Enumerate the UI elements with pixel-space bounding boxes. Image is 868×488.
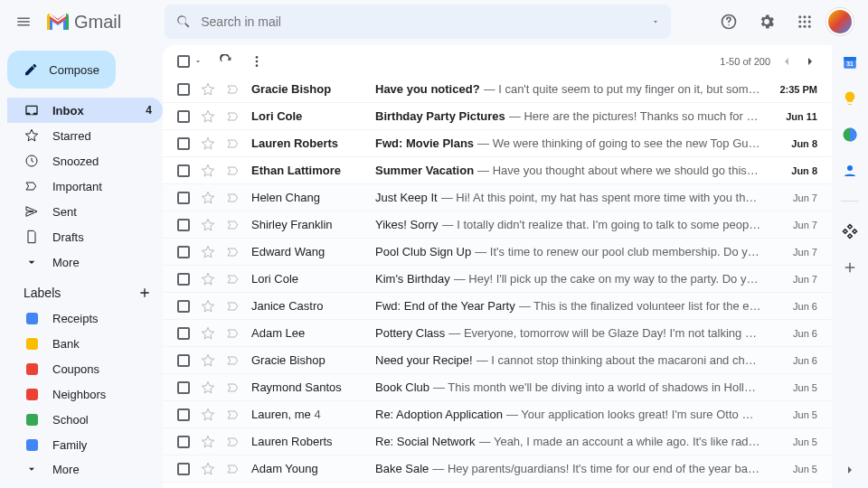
important-icon[interactable] (226, 462, 241, 476)
label-coupons[interactable]: Coupons (7, 356, 163, 381)
email-checkbox[interactable] (177, 137, 190, 150)
support-button[interactable] (712, 5, 745, 38)
compose-button[interactable]: Compose (7, 51, 116, 89)
star-icon[interactable] (201, 82, 215, 97)
nav-draft[interactable]: Drafts (7, 224, 163, 249)
email-row[interactable]: Lauren, me 4Re: Adoption Application — Y… (163, 401, 832, 428)
important-icon[interactable] (226, 435, 241, 449)
star-icon[interactable] (201, 353, 215, 368)
search-bar[interactable] (165, 5, 671, 39)
star-icon[interactable] (201, 109, 215, 124)
email-checkbox[interactable] (177, 327, 190, 340)
email-checkbox[interactable] (177, 110, 190, 123)
email-row[interactable]: Gracie BishopNeed your Recipe! — I canno… (163, 347, 832, 374)
select-dropdown-icon[interactable] (193, 57, 203, 66)
email-checkbox[interactable] (177, 219, 190, 231)
email-checkbox[interactable] (177, 273, 190, 286)
labels-more[interactable]: More (7, 457, 163, 481)
account-avatar[interactable] (826, 8, 854, 35)
addons-icon[interactable] (842, 223, 858, 239)
email-row[interactable]: Adam YoungBake Sale — Hey parents/guardi… (163, 455, 832, 483)
email-row[interactable]: Lori ColeBirthday Party Pictures — Here … (163, 103, 832, 130)
star-icon[interactable] (201, 408, 215, 422)
calendar-icon[interactable]: 31 (842, 54, 858, 70)
email-row[interactable]: Shirley FranklinYikes! Sorry — I totally… (163, 211, 832, 239)
settings-button[interactable] (750, 5, 783, 38)
email-row[interactable]: Lauren RobertsRe: Social Network — Yeah,… (163, 428, 832, 455)
important-icon[interactable] (226, 136, 241, 151)
nav-clock[interactable]: Snoozed (7, 148, 163, 174)
label-receipts[interactable]: Receipts (7, 305, 163, 331)
star-icon[interactable] (201, 136, 215, 151)
email-row[interactable]: Janice CastroFwd: End of the Year Party … (163, 293, 832, 320)
label-family[interactable]: Family (7, 432, 163, 457)
nav-sent[interactable]: Sent (7, 199, 163, 224)
nav-important[interactable]: Important (7, 174, 163, 199)
more-icon[interactable] (250, 54, 264, 69)
email-checkbox[interactable] (177, 436, 190, 448)
tasks-icon[interactable] (842, 127, 858, 143)
email-checkbox[interactable] (177, 463, 190, 475)
email-row[interactable]: Raymond SantosBook Club — This month we'… (163, 374, 832, 401)
email-sender: Shirley Franklin (251, 218, 364, 231)
important-icon[interactable] (226, 272, 241, 286)
star-icon[interactable] (201, 164, 215, 178)
email-row[interactable]: Gracie BishopHave you noticed? — I can't… (163, 76, 832, 103)
email-row[interactable]: Helen ChangJust Keep It — Hi! At this po… (163, 184, 832, 211)
search-input[interactable] (201, 14, 642, 29)
email-row[interactable]: Lori ColeKim's Birthday — Hey! I'll pick… (163, 266, 832, 293)
email-checkbox[interactable] (177, 246, 190, 258)
prev-page-icon[interactable] (779, 54, 794, 69)
apps-button[interactable] (788, 5, 821, 38)
add-label-icon[interactable] (137, 286, 152, 300)
plus-icon[interactable] (842, 259, 858, 276)
star-icon[interactable] (201, 462, 215, 476)
contacts-icon[interactable] (842, 163, 858, 179)
star-icon[interactable] (201, 435, 215, 449)
important-icon[interactable] (226, 380, 241, 395)
star-icon[interactable] (201, 218, 215, 232)
important-icon[interactable] (226, 245, 241, 259)
label-school[interactable]: School (7, 407, 163, 432)
next-page-icon[interactable] (803, 54, 817, 69)
important-icon[interactable] (226, 191, 241, 205)
search-options-icon[interactable] (651, 17, 660, 26)
important-icon[interactable] (226, 82, 241, 97)
star-icon[interactable] (201, 380, 215, 395)
nav-more[interactable]: More (7, 249, 163, 275)
email-checkbox[interactable] (177, 354, 190, 367)
keep-icon[interactable] (842, 90, 858, 107)
gmail-logo[interactable]: Gmail (47, 12, 121, 33)
email-row[interactable]: Lauren RobertsFwd: Movie Plans — We were… (163, 130, 832, 157)
important-icon[interactable] (226, 299, 241, 314)
main-menu-button[interactable] (7, 5, 40, 38)
nav-inbox[interactable]: Inbox4 (7, 98, 163, 123)
email-checkbox[interactable] (177, 164, 190, 177)
star-icon[interactable] (201, 299, 215, 314)
star-icon[interactable] (201, 245, 215, 259)
refresh-icon[interactable] (219, 54, 233, 69)
important-icon[interactable] (226, 109, 241, 124)
email-checkbox[interactable] (177, 192, 190, 204)
email-checkbox[interactable] (177, 83, 190, 96)
email-checkbox[interactable] (177, 408, 190, 421)
email-row[interactable]: Adam LeePottery Class — Everyone, tomorr… (163, 320, 832, 347)
select-all-checkbox[interactable] (177, 55, 190, 68)
nav-star[interactable]: Starred (7, 123, 163, 148)
email-checkbox[interactable] (177, 300, 190, 313)
important-icon[interactable] (226, 353, 241, 368)
collapse-panel-icon[interactable] (843, 463, 857, 477)
star-icon[interactable] (201, 272, 215, 286)
email-row[interactable]: Ethan LattimoreSummer Vacation — Have yo… (163, 157, 832, 184)
email-checkbox[interactable] (177, 381, 190, 394)
star-icon[interactable] (201, 326, 215, 341)
label-neighbors[interactable]: Neighbors (7, 381, 163, 407)
important-icon[interactable] (226, 218, 241, 232)
important-icon[interactable] (226, 408, 241, 422)
important-icon[interactable] (226, 326, 241, 341)
star-icon[interactable] (201, 191, 215, 205)
email-row[interactable]: Edward WangPool Club Sign Up — It's time… (163, 239, 832, 266)
important-icon[interactable] (226, 164, 241, 178)
label-bank[interactable]: Bank (7, 331, 163, 356)
email-date: Jun 6 (772, 301, 817, 312)
